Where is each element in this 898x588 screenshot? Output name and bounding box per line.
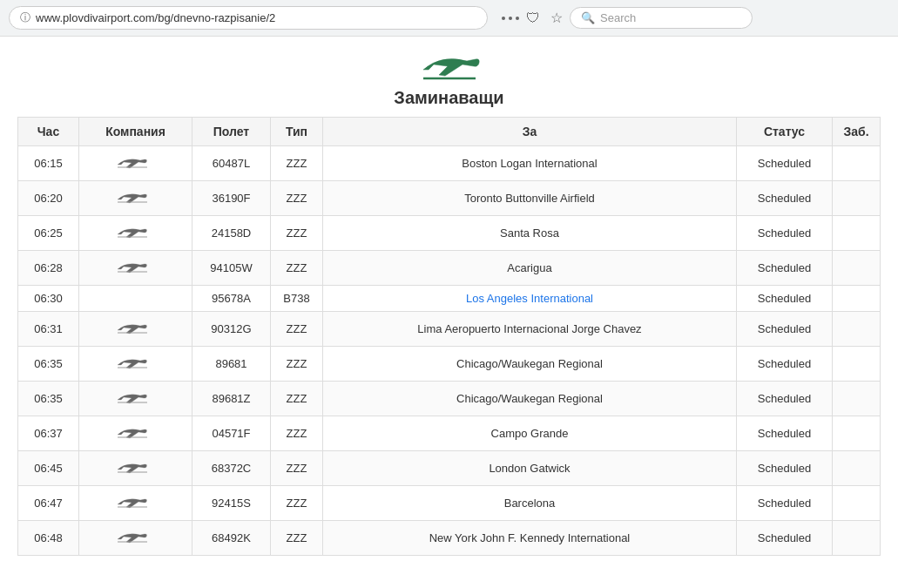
table-row: 06:31 90312GZZZLima Aeropuerto Internaci… <box>18 312 881 347</box>
cell-type: ZZZ <box>271 146 323 181</box>
cell-note <box>833 347 881 382</box>
cell-destination: Acarigua <box>323 251 737 286</box>
browser-chrome: ⓘ www.plovdivairport.com/bg/dnevno-razpi… <box>0 0 898 37</box>
cell-destination: Barcelona <box>323 486 737 521</box>
cell-flight: 92415S <box>192 486 271 521</box>
cell-type: ZZZ <box>271 312 323 347</box>
cell-hour: 06:35 <box>18 382 79 416</box>
cell-type: B738 <box>271 286 323 312</box>
col-header-flight: Полет <box>192 118 271 146</box>
cell-destination: Santa Rosa <box>323 216 737 251</box>
search-icon: 🔍 <box>581 11 595 24</box>
airline-logo-icon <box>114 492 158 511</box>
destination-link[interactable]: Los Angeles International <box>466 292 593 305</box>
col-header-note: Заб. <box>833 118 881 146</box>
col-header-airline: Компания <box>79 118 192 146</box>
search-bar[interactable]: 🔍 Search <box>570 7 753 29</box>
cell-hour: 06:37 <box>18 416 79 451</box>
table-row: 06:28 94105WZZZAcariguaScheduled <box>18 251 881 286</box>
cell-note <box>833 216 881 251</box>
cell-airline <box>79 286 192 312</box>
table-row: 06:48 68492KZZZNew York John F. Kennedy … <box>18 521 881 556</box>
cell-type: ZZZ <box>271 251 323 286</box>
airline-logo-icon <box>114 422 158 442</box>
col-header-type: Тип <box>271 118 323 146</box>
cell-status: Scheduled <box>737 312 833 347</box>
table-row: 06:35 89681ZZZZChicago/Waukegan Regional… <box>18 382 881 416</box>
airline-logo-icon <box>114 318 158 337</box>
cell-hour: 06:25 <box>18 216 79 251</box>
table-row: 06:37 04571FZZZCampo GrandeScheduled <box>18 416 881 451</box>
cell-flight: 89681 <box>192 347 271 382</box>
cell-status: Scheduled <box>737 347 833 382</box>
cell-status: Scheduled <box>737 382 833 416</box>
cell-flight: 24158D <box>192 216 271 251</box>
cell-destination: Chicago/Waukegan Regional <box>323 382 737 416</box>
table-row: 06:20 36190FZZZToronto Buttonville Airfi… <box>18 181 881 216</box>
cell-note <box>833 451 881 486</box>
table-row: 06:3095678AB738Los Angeles International… <box>18 286 881 312</box>
airline-logo-icon <box>114 257 158 276</box>
cell-flight: 89681Z <box>192 382 271 416</box>
browser-menu-dots[interactable] <box>502 17 519 20</box>
cell-type: ZZZ <box>271 486 323 521</box>
browser-icons: 🛡 ☆ <box>526 10 563 26</box>
page-title: Заминаващи <box>394 88 503 108</box>
cell-type: ZZZ <box>271 347 323 382</box>
star-icon[interactable]: ☆ <box>550 10 563 26</box>
airline-logo-icon <box>114 222 158 241</box>
page-content: Заминаващи Час Компания Полет Тип За Ста… <box>0 37 898 573</box>
table-row: 06:25 24158DZZZSanta RosaScheduled <box>18 216 881 251</box>
airline-logo-icon <box>114 187 158 206</box>
cell-flight: 94105W <box>192 251 271 286</box>
cell-hour: 06:28 <box>18 251 79 286</box>
cell-flight: 36190F <box>192 181 271 216</box>
table-row: 06:15 60487LZZZBoston Logan Internationa… <box>18 146 881 181</box>
cell-status: Scheduled <box>737 286 833 312</box>
cell-type: ZZZ <box>271 451 323 486</box>
cell-flight: 04571F <box>192 416 271 451</box>
cell-note <box>833 382 881 416</box>
cell-status: Scheduled <box>737 451 833 486</box>
cell-note <box>833 251 881 286</box>
cell-airline <box>79 521 192 556</box>
cell-airline <box>79 181 192 216</box>
cell-airline <box>79 146 192 181</box>
airline-logo-icon <box>114 457 158 476</box>
cell-destination: Campo Grande <box>323 416 737 451</box>
cell-flight: 68492K <box>192 521 271 556</box>
cell-flight: 68372C <box>192 451 271 486</box>
cell-hour: 06:20 <box>18 181 79 216</box>
address-bar[interactable]: ⓘ www.plovdivairport.com/bg/dnevno-razpi… <box>9 6 488 30</box>
flights-table: Час Компания Полет Тип За Статус Заб. 06… <box>17 117 881 556</box>
airline-logo-icon <box>114 527 158 546</box>
cell-hour: 06:45 <box>18 451 79 486</box>
cell-destination[interactable]: Los Angeles International <box>323 286 737 312</box>
cell-airline <box>79 347 192 382</box>
cell-destination: Toronto Buttonville Airfield <box>323 181 737 216</box>
airline-logo-icon <box>114 388 158 407</box>
cell-destination: London Gatwick <box>323 451 737 486</box>
cell-airline <box>79 251 192 286</box>
cell-airline <box>79 451 192 486</box>
cell-note <box>833 312 881 347</box>
cell-note <box>833 486 881 521</box>
cell-status: Scheduled <box>737 181 833 216</box>
cell-flight: 60487L <box>192 146 271 181</box>
table-header-row: Час Компания Полет Тип За Статус Заб. <box>18 118 881 146</box>
cell-flight: 90312G <box>192 312 271 347</box>
cell-status: Scheduled <box>737 251 833 286</box>
cell-type: ZZZ <box>271 216 323 251</box>
cell-airline <box>79 312 192 347</box>
table-row: 06:47 92415SZZZBarcelonaScheduled <box>18 486 881 521</box>
cell-destination: Lima Aeropuerto Internacional Jorge Chav… <box>323 312 737 347</box>
cell-type: ZZZ <box>271 382 323 416</box>
col-header-status: Статус <box>737 118 833 146</box>
cell-status: Scheduled <box>737 416 833 451</box>
url-text: www.plovdivairport.com/bg/dnevno-razpisa… <box>36 11 275 24</box>
cell-note <box>833 416 881 451</box>
departures-header: Заминаващи <box>17 45 881 108</box>
cell-type: ZZZ <box>271 416 323 451</box>
cell-status: Scheduled <box>737 216 833 251</box>
cell-hour: 06:15 <box>18 146 79 181</box>
